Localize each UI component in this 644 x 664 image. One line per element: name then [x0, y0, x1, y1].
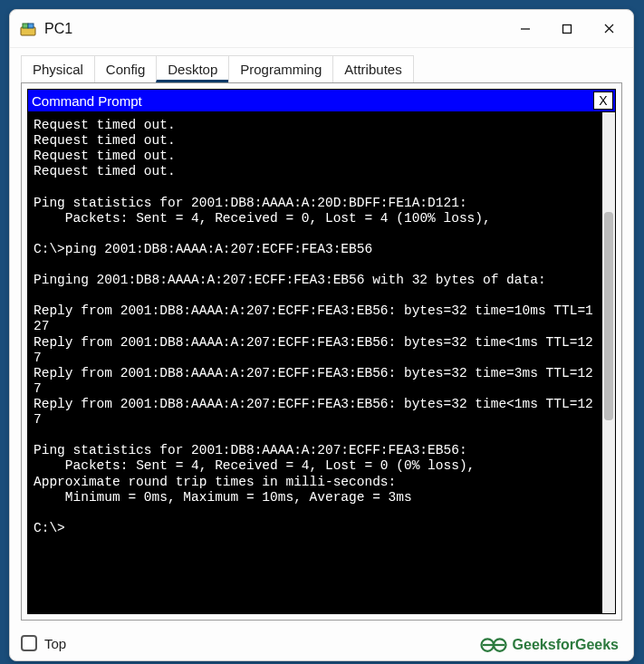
- panel-header: Command Prompt X: [27, 89, 616, 112]
- svg-rect-1: [23, 24, 28, 28]
- tab-programming[interactable]: Programming: [228, 55, 333, 82]
- close-button[interactable]: [588, 10, 630, 48]
- watermark-text: GeeksforGeeks: [513, 637, 619, 653]
- titlebar[interactable]: PC1: [10, 10, 633, 48]
- scrollbar-thumb[interactable]: [604, 212, 613, 420]
- terminal-container: Request timed out. Request timed out. Re…: [27, 112, 616, 614]
- tab-desktop[interactable]: Desktop: [156, 55, 229, 82]
- top-checkbox[interactable]: [21, 635, 37, 651]
- maximize-button[interactable]: [546, 10, 588, 48]
- tab-physical[interactable]: Physical: [21, 55, 95, 82]
- terminal-output[interactable]: Request timed out. Request timed out. Re…: [28, 112, 602, 613]
- panel-close-button[interactable]: X: [593, 91, 613, 110]
- tab-attributes[interactable]: Attributes: [332, 55, 413, 82]
- gfg-logo-icon: [480, 635, 507, 655]
- minimize-button[interactable]: [505, 10, 546, 48]
- svg-rect-2: [28, 24, 34, 28]
- top-label: Top: [44, 636, 66, 651]
- watermark: GeeksforGeeks: [480, 635, 619, 655]
- app-icon: [19, 20, 37, 38]
- panel-title: Command Prompt: [32, 93, 593, 109]
- scrollbar[interactable]: [602, 112, 615, 613]
- tab-strip: Physical Config Desktop Programming Attr…: [10, 48, 633, 82]
- svg-rect-4: [563, 24, 572, 33]
- footer: Top GeeksforGeeks: [10, 626, 633, 660]
- window-title: PC1: [44, 21, 72, 37]
- content-frame: Command Prompt X Request timed out. Requ…: [21, 82, 622, 621]
- tab-config[interactable]: Config: [94, 55, 157, 82]
- app-window: PC1 Physical Config Desktop Programming …: [9, 9, 634, 661]
